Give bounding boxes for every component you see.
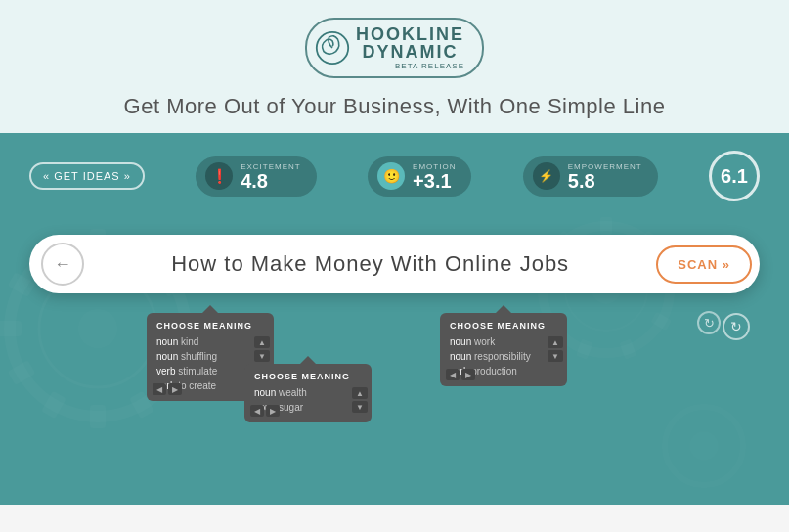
logo-hookline: HOOKLINE <box>356 25 464 43</box>
dropdown-3-up[interactable]: ▲ <box>548 336 563 348</box>
dropdown-3-down[interactable]: ▼ <box>548 350 563 362</box>
dropdown-2-title: CHOOSE MEANING <box>254 372 362 381</box>
metrics-bar: « GET IDEAS » ❗ EXCITEMENT 4.8 🙂 EMOTION… <box>0 133 789 215</box>
empowerment-metric: ⚡ EMPOWERMENT 5.8 <box>523 156 658 197</box>
back-button[interactable]: ← <box>41 243 84 286</box>
header: HOOKLINE DYNAMIC BETA RELEASE Get More O… <box>0 0 789 133</box>
dropdown-2-up[interactable]: ▲ <box>352 387 368 399</box>
refresh-icon-2[interactable]: ↻ <box>697 311 721 334</box>
dropdown-1-left[interactable]: ◀ <box>153 383 166 395</box>
search-text: How to Make Money With Online Jobs <box>84 251 656 277</box>
emotion-value: +3.1 <box>413 171 456 191</box>
dropdown-2-right[interactable]: ▶ <box>266 405 280 417</box>
logo: HOOKLINE DYNAMIC BETA RELEASE <box>305 18 484 78</box>
dropdown-3-title: CHOOSE MEANING <box>450 321 557 331</box>
back-arrow-icon: ← <box>54 254 71 275</box>
dropdown-1-up[interactable]: ▲ <box>254 336 270 348</box>
logo-dynamic: DYNAMIC <box>356 43 464 61</box>
excitement-icon: ❗ <box>205 162 233 190</box>
meaning-dropdown-2: CHOOSE MEANING noun wealth noun sugar ▲ … <box>244 364 372 422</box>
svg-rect-13 <box>0 321 22 336</box>
logo-beta: BETA RELEASE <box>356 63 464 70</box>
scan-button[interactable]: SCAN » <box>656 245 752 284</box>
logo-text: HOOKLINE DYNAMIC BETA RELEASE <box>356 25 464 70</box>
empowerment-value: 5.8 <box>568 171 642 191</box>
emotion-icon: 🙂 <box>377 162 405 190</box>
dropdown-2-down[interactable]: ▼ <box>352 401 368 413</box>
dropdown-1-right[interactable]: ▶ <box>168 383 182 395</box>
dropdowns-container: ↻ ↻ CHOOSE MEANING noun kind noun shuffl… <box>29 303 760 460</box>
empowerment-icon: ⚡ <box>533 162 560 190</box>
get-ideas-button[interactable]: « GET IDEAS » <box>29 162 145 190</box>
dropdown-3-right[interactable]: ▶ <box>461 369 475 380</box>
logo-icon <box>315 30 350 66</box>
emotion-metric: 🙂 EMOTION +3.1 <box>368 156 471 197</box>
main-section: « GET IDEAS » ❗ EXCITEMENT 4.8 🙂 EMOTION… <box>0 133 789 505</box>
dropdown-3-left[interactable]: ◀ <box>446 369 460 380</box>
search-bar: ← How to Make Money With Online Jobs SCA… <box>29 235 760 293</box>
refresh-icon[interactable]: ↻ <box>723 313 750 340</box>
meaning-dropdown-3: CHOOSE MEANING noun work noun responsibi… <box>440 313 567 386</box>
score-circle: 6.1 <box>709 151 760 201</box>
dropdown-1-down[interactable]: ▼ <box>254 350 270 362</box>
search-area: ← How to Make Money With Online Jobs SCA… <box>0 225 789 303</box>
excitement-metric: ❗ EXCITEMENT 4.8 <box>196 156 317 197</box>
dropdown-1-title: CHOOSE MEANING <box>156 321 264 331</box>
dropdown-2-left[interactable]: ◀ <box>250 405 264 417</box>
excitement-value: 4.8 <box>241 171 301 191</box>
tagline: Get More Out of Your Business, With One … <box>0 94 789 119</box>
